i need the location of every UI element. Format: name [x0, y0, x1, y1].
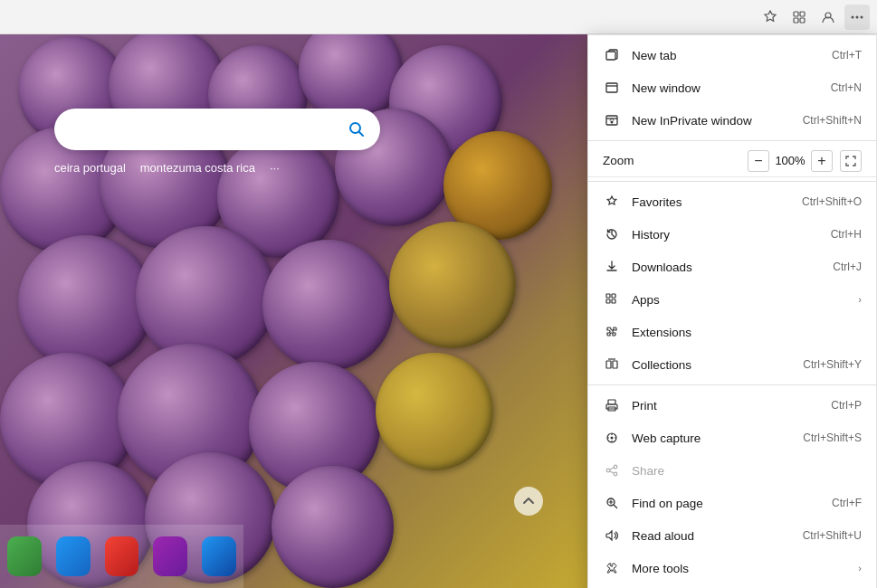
favorites-menu-label: Favorites — [632, 195, 795, 209]
collections-shortcut: Ctrl+Shift+Y — [803, 358, 862, 371]
dock-icon-5[interactable] — [202, 536, 236, 576]
menu-item-history[interactable]: History Ctrl+H — [588, 218, 876, 251]
new-inprivate-shortcut: Ctrl+Shift+N — [803, 114, 862, 127]
extensions-label: Extensions — [632, 326, 862, 339]
read-aloud-icon — [603, 526, 621, 545]
more-tools-label: More tools — [632, 562, 851, 575]
dock-icon-1[interactable] — [7, 536, 42, 576]
svg-rect-16 — [612, 294, 615, 298]
svg-rect-3 — [800, 18, 805, 23]
history-shortcut: Ctrl+H — [831, 228, 862, 241]
quick-links: ceira portugal montezuma costa rica ··· — [54, 161, 280, 175]
zoom-controls: − 100% + — [748, 150, 862, 172]
dock-icon-3[interactable] — [105, 536, 139, 576]
print-shortcut: Ctrl+P — [831, 399, 862, 412]
new-window-label: New window — [632, 81, 824, 95]
menu-item-share: Share — [588, 454, 876, 487]
divider-2 — [588, 181, 876, 182]
svg-rect-19 — [606, 361, 611, 368]
svg-point-5 — [852, 15, 854, 18]
new-tab-label: New tab — [632, 49, 825, 62]
search-box[interactable] — [54, 109, 380, 150]
print-icon — [603, 396, 621, 414]
new-tab-shortcut: Ctrl+T — [832, 49, 862, 62]
menu-item-apps[interactable]: Apps › — [588, 283, 876, 316]
svg-rect-20 — [613, 361, 617, 368]
browser-toolbar — [0, 0, 877, 34]
zoom-label: Zoom — [603, 154, 748, 167]
svg-rect-10 — [606, 83, 617, 92]
menu-item-read-aloud[interactable]: Read aloud Ctrl+Shift+U — [588, 519, 876, 552]
menu-item-extensions[interactable]: Extensions — [588, 316, 876, 348]
svg-rect-22 — [608, 400, 615, 404]
web-capture-icon — [603, 429, 621, 447]
menu-item-new-window[interactable]: New window Ctrl+N — [588, 71, 876, 104]
zoom-row: Zoom − 100% + — [588, 145, 876, 177]
zoom-decrease-btn[interactable]: − — [748, 150, 769, 172]
bottom-dock — [0, 525, 243, 588]
quick-link-1[interactable]: ceira portugal — [54, 161, 126, 175]
search-icon — [348, 120, 366, 138]
search-area — [54, 109, 380, 150]
svg-rect-15 — [606, 294, 610, 298]
dock-icon-4[interactable] — [153, 536, 187, 576]
more-tools-chevron: › — [858, 563, 862, 574]
zoom-increase-btn[interactable]: + — [811, 150, 833, 172]
downloads-shortcut: Ctrl+J — [833, 261, 862, 273]
apps-label: Apps — [632, 293, 851, 307]
svg-point-26 — [614, 465, 617, 469]
menu-item-favorites[interactable]: Favorites Ctrl+Shift+O — [588, 185, 876, 218]
svg-rect-9 — [606, 52, 615, 60]
share-label: Share — [632, 464, 862, 478]
find-on-page-shortcut: Ctrl+F — [832, 497, 862, 509]
print-label: Print — [632, 399, 824, 413]
scroll-up-button[interactable] — [514, 487, 543, 516]
extensions-icon — [603, 323, 621, 341]
svg-point-7 — [861, 15, 863, 18]
favorites-menu-icon — [603, 193, 621, 211]
quick-link-2[interactable]: montezuma costa rica — [140, 161, 255, 175]
find-on-page-label: Find on page — [632, 497, 825, 510]
apps-chevron: › — [858, 294, 862, 305]
new-tab-icon — [603, 46, 621, 64]
svg-point-28 — [614, 472, 617, 476]
profile-toolbar-btn[interactable] — [815, 5, 841, 30]
web-capture-shortcut: Ctrl+Shift+S — [803, 432, 862, 444]
web-capture-label: Web capture — [632, 432, 796, 445]
collections-menu-icon — [603, 356, 621, 374]
favorites-menu-shortcut: Ctrl+Shift+O — [802, 195, 862, 208]
downloads-label: Downloads — [632, 261, 825, 274]
collections-toolbar-btn[interactable] — [786, 5, 812, 30]
zoom-fullscreen-btn[interactable] — [840, 150, 862, 172]
svg-point-27 — [606, 469, 610, 472]
menu-item-more-tools[interactable]: More tools › — [588, 552, 876, 584]
new-inprivate-icon — [603, 111, 621, 129]
settings-more-toolbar-btn[interactable] — [844, 5, 870, 30]
menu-item-web-capture[interactable]: Web capture Ctrl+Shift+S — [588, 422, 876, 454]
read-aloud-shortcut: Ctrl+Shift+U — [803, 529, 862, 542]
more-quick-links[interactable]: ··· — [270, 161, 280, 175]
dock-icon-2[interactable] — [56, 536, 91, 576]
svg-point-14 — [611, 121, 614, 124]
browser-menu: New tab Ctrl+T New window Ctrl+N New InP… — [587, 34, 877, 588]
menu-item-new-inprivate[interactable]: New InPrivate window Ctrl+Shift+N — [588, 104, 876, 137]
svg-rect-0 — [794, 12, 798, 16]
history-label: History — [632, 228, 824, 242]
find-on-page-icon — [603, 494, 621, 512]
svg-rect-1 — [800, 12, 805, 16]
menu-item-collections[interactable]: Collections Ctrl+Shift+Y — [588, 348, 876, 381]
favorites-toolbar-btn[interactable] — [758, 5, 783, 30]
zoom-value: 100% — [773, 154, 807, 167]
menu-item-downloads[interactable]: Downloads Ctrl+J — [588, 251, 876, 283]
new-window-icon — [603, 79, 621, 97]
menu-item-find-on-page[interactable]: Find on page Ctrl+F — [588, 487, 876, 519]
more-tools-icon — [603, 559, 621, 577]
menu-item-new-tab[interactable]: New tab Ctrl+T — [588, 39, 876, 71]
apps-icon — [603, 290, 621, 308]
history-icon — [603, 225, 621, 243]
svg-point-6 — [856, 15, 859, 18]
menu-item-print[interactable]: Print Ctrl+P — [588, 389, 876, 422]
new-window-shortcut: Ctrl+N — [831, 81, 862, 94]
divider-1 — [588, 140, 876, 141]
svg-rect-2 — [794, 18, 798, 23]
